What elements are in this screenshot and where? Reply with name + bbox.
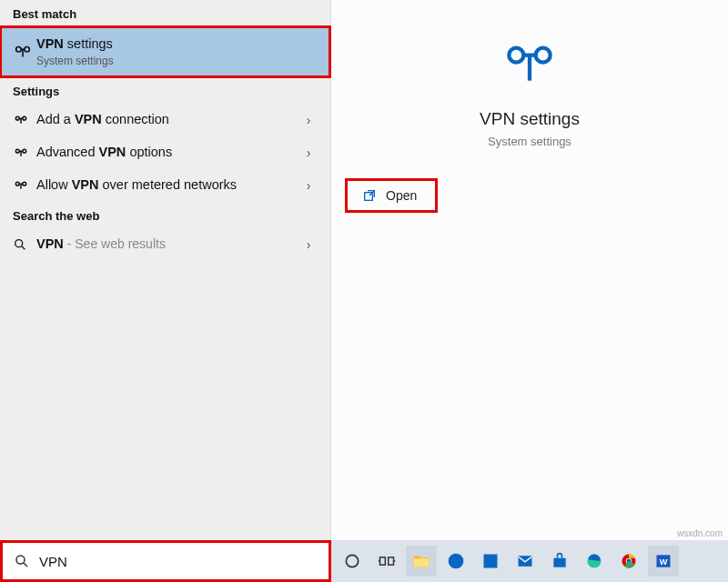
svg-rect-4: [380, 557, 386, 565]
result-add-vpn-connection[interactable]: Add a VPN connection ›: [0, 104, 330, 136]
taskbar: W: [331, 540, 728, 582]
taskbar-chrome[interactable]: [613, 546, 644, 577]
task-view-icon[interactable]: [371, 546, 402, 577]
svg-point-3: [346, 555, 358, 567]
section-settings: Settings: [0, 77, 330, 104]
result-title: VPN - See web results: [36, 236, 299, 252]
result-title: Allow VPN over metered networks: [36, 177, 299, 193]
result-web-vpn[interactable]: VPN - See web results ›: [0, 228, 330, 261]
svg-text:W: W: [660, 557, 668, 567]
result-body: VPN settings System settings: [36, 36, 318, 66]
open-label: Open: [386, 188, 417, 203]
result-vpn-settings[interactable]: VPN settings System settings: [0, 26, 330, 77]
section-best-match: Best match: [0, 0, 330, 26]
taskbar-dell[interactable]: [440, 546, 471, 577]
taskbar-word[interactable]: W: [648, 546, 679, 577]
search-icon: [14, 553, 30, 569]
result-subtitle: System settings: [36, 55, 318, 67]
search-input[interactable]: [39, 554, 318, 569]
svg-point-2: [16, 556, 25, 564]
detail-subtitle: System settings: [331, 135, 728, 148]
section-search-web: Search the web: [0, 202, 330, 228]
search-icon: [13, 237, 36, 252]
chevron-right-icon: ›: [299, 146, 318, 160]
taskbar-file-explorer[interactable]: [406, 546, 437, 577]
result-title: Add a VPN connection: [36, 112, 299, 127]
result-advanced-vpn-options[interactable]: Advanced VPN options ›: [0, 136, 330, 169]
taskbar-store[interactable]: [544, 546, 575, 577]
svg-rect-9: [553, 558, 565, 567]
svg-rect-5: [389, 557, 394, 565]
vpn-icon: [13, 177, 36, 194]
vpn-icon: [13, 112, 36, 128]
cortana-icon[interactable]: [337, 546, 368, 577]
vpn-icon: [13, 42, 36, 62]
svg-point-6: [449, 554, 464, 569]
detail-hero-icon: [331, 35, 728, 93]
taskbar-mail[interactable]: [510, 546, 541, 577]
search-box[interactable]: [0, 540, 331, 582]
bottom-bar: W: [0, 540, 728, 582]
taskbar-edge[interactable]: [579, 546, 610, 577]
open-icon: [362, 188, 377, 203]
chevron-right-icon: ›: [299, 178, 318, 193]
search-results-panel: Best match VPN settings System settings …: [0, 0, 331, 540]
chevron-right-icon: ›: [299, 237, 318, 252]
detail-title: VPN settings: [331, 109, 728, 129]
svg-rect-7: [484, 555, 498, 568]
svg-point-0: [15, 240, 23, 247]
result-title: Advanced VPN options: [36, 145, 299, 160]
vpn-icon: [13, 145, 36, 161]
result-title: VPN settings: [36, 36, 318, 52]
taskbar-app-blue[interactable]: [475, 546, 506, 577]
watermark: wsxdn.com: [677, 528, 723, 538]
open-button[interactable]: Open: [348, 181, 435, 210]
chevron-right-icon: ›: [299, 113, 318, 127]
result-allow-vpn-metered[interactable]: Allow VPN over metered networks ›: [0, 169, 330, 202]
detail-panel: VPN settings System settings Open: [331, 0, 728, 540]
svg-rect-8: [519, 556, 532, 567]
